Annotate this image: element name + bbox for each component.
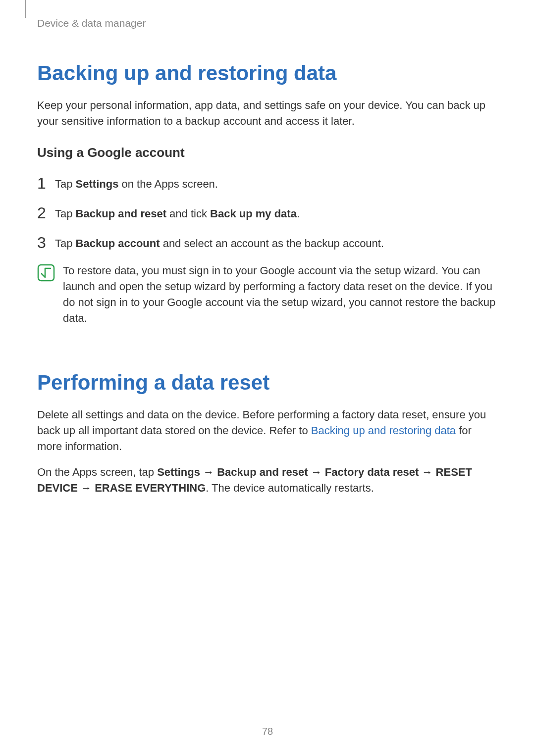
text-bold: Backup account [76,237,160,250]
text-bold: Back up my data [210,207,297,220]
page-number: 78 [0,726,535,737]
step-text: Tap Backup and reset and tick Back up my… [55,206,300,222]
step-text: Tap Backup account and select an account… [55,236,384,252]
text-bold: ERASE EVERYTHING [95,482,206,494]
text-fragment: . [297,207,300,220]
text-fragment: and tick [166,207,210,220]
section2-paragraph2: On the Apps screen, tap Settings → Backu… [37,464,498,496]
text-bold: Backup and reset [217,466,308,478]
text-bold: Backup and reset [76,207,166,220]
step-item: 3 Tap Backup account and select an accou… [37,234,498,252]
page-trim-mark [25,0,26,18]
note-text: To restore data, you must sign in to you… [60,263,498,326]
note-box: To restore data, you must sign in to you… [37,263,498,326]
section2-paragraph1: Delete all settings and data on the devi… [37,407,498,454]
text-fragment: on the Apps screen. [118,178,218,190]
text-fragment: and select an account as the backup acco… [160,237,384,250]
note-icon [37,264,55,282]
step-item: 2 Tap Backup and reset and tick Back up … [37,204,498,222]
text-bold: Settings [76,178,119,190]
arrow-separator: → [419,466,435,478]
text-fragment: Tap [55,178,76,190]
arrow-separator: → [308,466,325,478]
text-fragment: . The device automatically restarts. [206,482,374,494]
text-bold: Settings [157,466,200,478]
section2-title: Performing a data reset [37,371,498,395]
page-content: Device & data manager Backing up and res… [0,0,535,496]
section1-intro: Keep your personal information, app data… [37,98,498,129]
steps-list: 1 Tap Settings on the Apps screen. 2 Tap… [37,174,498,252]
arrow-separator: → [200,466,217,478]
section1-subheading: Using a Google account [37,145,498,160]
text-fragment: On the Apps screen, tap [37,466,157,478]
breadcrumb: Device & data manager [37,17,498,29]
text-bold: Factory data reset [325,466,419,478]
step-number: 2 [37,205,55,221]
section1-title: Backing up and restoring data [37,61,498,85]
step-number: 1 [37,175,55,191]
step-item: 1 Tap Settings on the Apps screen. [37,174,498,192]
note-icon-wrapper [37,264,60,282]
step-number: 3 [37,235,55,251]
arrow-separator: → [78,482,95,494]
text-fragment: Tap [55,237,76,250]
cross-reference-link[interactable]: Backing up and restoring data [311,424,456,437]
step-text: Tap Settings on the Apps screen. [55,176,218,192]
text-fragment: Tap [55,207,76,220]
svg-rect-0 [38,265,54,281]
